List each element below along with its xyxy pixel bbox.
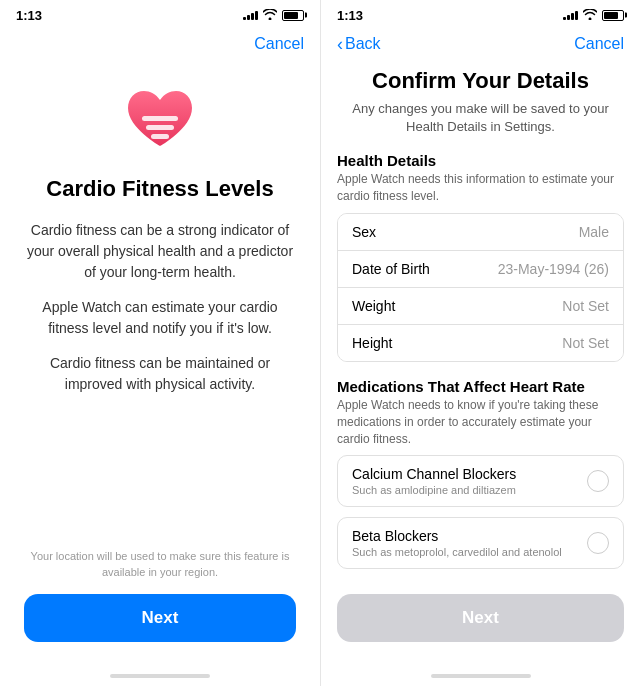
screen-cardio-intro: 1:13 Cancel [0, 0, 320, 686]
screen-confirm-details: 1:13 ‹ Back Canc [320, 0, 640, 686]
next-button-2[interactable]: Next [337, 594, 624, 642]
status-icons-1 [243, 9, 304, 22]
cardio-heart-icon [120, 84, 200, 156]
signal-icon-1 [243, 10, 258, 20]
status-time-1: 1:13 [16, 8, 42, 23]
cancel-button-1[interactable]: Cancel [254, 35, 304, 53]
home-bar-1 [110, 674, 210, 678]
health-value-sex: Male [579, 224, 609, 240]
status-icons-2 [563, 9, 624, 22]
svg-rect-2 [151, 134, 169, 139]
screen1-para-1: Cardio fitness can be a strong indicator… [24, 220, 296, 283]
status-bar-2: 1:13 [321, 0, 640, 28]
health-value-weight: Not Set [562, 298, 609, 314]
back-button[interactable]: ‹ Back [337, 35, 381, 53]
health-label-weight: Weight [352, 298, 395, 314]
battery-icon-2 [602, 10, 624, 21]
home-bar-2 [431, 674, 531, 678]
cancel-button-2[interactable]: Cancel [574, 35, 624, 53]
health-label-height: Height [352, 335, 392, 351]
table-row[interactable]: Date of Birth 23-May-1994 (26) [338, 251, 623, 288]
med-desc-beta: Such as metoprolol, carvedilol and ateno… [352, 546, 562, 558]
screen1-title: Cardio Fitness Levels [46, 176, 273, 202]
health-details-table: Sex Male Date of Birth 23-May-1994 (26) … [337, 213, 624, 362]
next-button-1[interactable]: Next [24, 594, 296, 642]
med-name-beta: Beta Blockers [352, 528, 562, 544]
health-section-heading: Health Details [337, 152, 624, 169]
heart-icon-container [120, 84, 200, 160]
screen2-main-content: Confirm Your Details Any changes you mak… [321, 64, 640, 582]
med-item-text-calcium: Calcium Channel Blockers Such as amlodip… [352, 466, 516, 496]
med-desc-calcium: Such as amlodipine and diltiazem [352, 484, 516, 496]
screen1-para-2: Apple Watch can estimate your cardio fit… [24, 297, 296, 339]
health-label-dob: Date of Birth [352, 261, 430, 277]
med-item-beta[interactable]: Beta Blockers Such as metoprolol, carved… [337, 517, 624, 569]
health-label-sex: Sex [352, 224, 376, 240]
status-bar-1: 1:13 [0, 0, 320, 28]
screen2-title: Confirm Your Details [337, 68, 624, 94]
medications-section: Medications That Affect Heart Rate Apple… [337, 378, 624, 569]
med-item-calcium[interactable]: Calcium Channel Blockers Such as amlodip… [337, 455, 624, 507]
nav-bar-2: ‹ Back Cancel [321, 28, 640, 64]
signal-icon-2 [563, 10, 578, 20]
meds-section-heading: Medications That Affect Heart Rate [337, 378, 624, 395]
location-notice: Your location will be used to make sure … [24, 549, 296, 580]
wifi-icon-2 [583, 9, 597, 22]
home-indicator-2 [321, 666, 640, 686]
med-item-text-beta: Beta Blockers Such as metoprolol, carved… [352, 528, 562, 558]
radio-beta[interactable] [587, 532, 609, 554]
table-row[interactable]: Height Not Set [338, 325, 623, 361]
back-label: Back [345, 35, 381, 53]
svg-rect-1 [146, 125, 174, 130]
screen2-subtitle: Any changes you make will be saved to yo… [337, 100, 624, 136]
screen1-body: Cardio fitness can be a strong indicator… [24, 220, 296, 409]
screen1-footer: Your location will be used to make sure … [0, 537, 320, 666]
health-section-desc: Apple Watch needs this information to es… [337, 171, 624, 205]
health-value-dob: 23-May-1994 (26) [498, 261, 609, 277]
health-details-section: Health Details Apple Watch needs this in… [337, 152, 624, 362]
home-indicator-1 [0, 666, 320, 686]
nav-bar-1: Cancel [0, 28, 320, 64]
status-time-2: 1:13 [337, 8, 363, 23]
screen1-para-3: Cardio fitness can be maintained or impr… [24, 353, 296, 395]
wifi-icon-1 [263, 9, 277, 22]
meds-section-desc: Apple Watch needs to know if you're taki… [337, 397, 624, 447]
med-name-calcium: Calcium Channel Blockers [352, 466, 516, 482]
table-row[interactable]: Sex Male [338, 214, 623, 251]
radio-calcium[interactable] [587, 470, 609, 492]
screen1-main-content: Cardio Fitness Levels Cardio fitness can… [0, 64, 320, 537]
table-row[interactable]: Weight Not Set [338, 288, 623, 325]
chevron-left-icon: ‹ [337, 35, 343, 53]
svg-rect-0 [142, 116, 178, 121]
screen2-footer: Next [321, 582, 640, 666]
health-value-height: Not Set [562, 335, 609, 351]
battery-icon-1 [282, 10, 304, 21]
